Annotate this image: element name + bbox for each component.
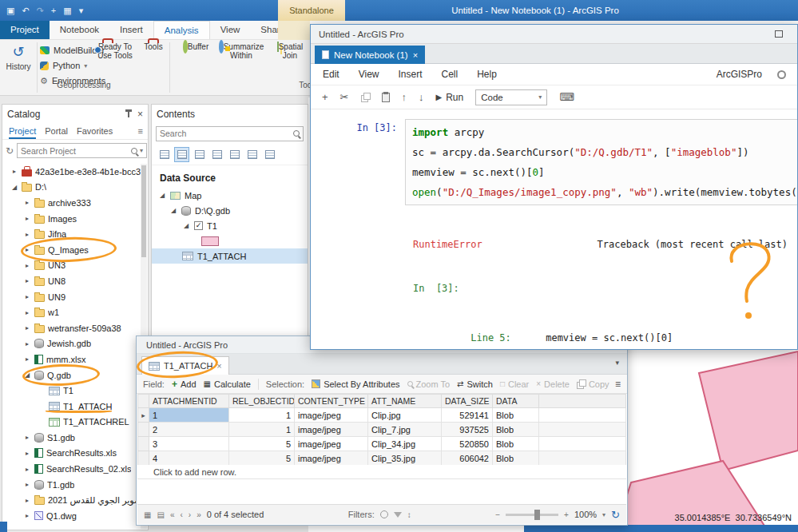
zoom-slider[interactable] (506, 514, 558, 516)
search-project-input[interactable] (21, 146, 129, 156)
expand-arrow-icon[interactable]: ▸ (23, 277, 31, 284)
refresh-icon[interactable]: ↻ (6, 145, 14, 157)
ribbon-tab-project[interactable]: Project (0, 21, 50, 39)
catalog-item-t1[interactable]: T1 (2, 383, 141, 399)
last-record-icon[interactable]: » (197, 510, 201, 519)
add-data-icon[interactable]: + (51, 6, 56, 16)
zoom-level[interactable]: 100% (574, 510, 597, 519)
paste-cell-icon[interactable] (382, 93, 390, 102)
sort-icon[interactable]: ↕ (407, 510, 411, 519)
menu-help[interactable]: Help (477, 69, 497, 80)
collapse-arrow-icon[interactable]: ◢ (158, 192, 166, 199)
column-header-att_name[interactable]: ATT_NAME (368, 395, 442, 408)
cell[interactable]: 4 (149, 451, 229, 466)
cell[interactable]: image/jpeg (295, 408, 368, 423)
catalog-item-mmm-xlsx[interactable]: ▸mmm.xlsx (2, 351, 141, 367)
copy-button[interactable]: Copy (577, 379, 609, 389)
expand-arrow-icon[interactable]: ▸ (23, 340, 31, 347)
cell[interactable]: 5 (229, 451, 295, 466)
catalog-item-un3[interactable]: ▸UN3 (2, 258, 141, 274)
catalog-item-42a3e1be-e3e8-4b1e-bcc3[interactable]: ▸42a3e1be-e3e8-4b1e-bcc3 (2, 164, 141, 180)
ribbon-tab-view[interactable]: View (210, 21, 251, 39)
expand-arrow-icon[interactable]: ▸ (23, 199, 31, 206)
search-icon[interactable] (293, 130, 300, 137)
tab-new-notebook[interactable]: New Notebook (1) × (315, 46, 425, 64)
column-header-data[interactable]: DATA (493, 395, 539, 408)
collapse-arrow-icon[interactable]: ◢ (10, 184, 18, 191)
column-header-content_type[interactable]: CONTENT_TYPE (295, 395, 368, 408)
save-icon[interactable]: ▣ (6, 6, 14, 16)
switch-selection-button[interactable]: ⇄Switch (457, 379, 493, 389)
ribbon-tab-insert[interactable]: Insert (109, 21, 153, 39)
catalog-tab-project[interactable]: Project (9, 123, 36, 139)
slider-thumb[interactable] (534, 510, 540, 520)
copy-cell-icon[interactable] (361, 93, 370, 101)
collapse-arrow-icon[interactable]: ◢ (169, 207, 177, 214)
ribbon-tab-analysis[interactable]: Analysis (153, 21, 210, 39)
keyboard-shortcuts-icon[interactable]: ⌨ (559, 91, 574, 103)
contents-item-map[interactable]: ◢ Map (152, 188, 308, 203)
contents-item-t1[interactable]: ◢ ✓ T1 (152, 218, 308, 233)
column-header-rel_objectid[interactable]: REL_OBJECTID (229, 395, 295, 408)
next-record-icon[interactable]: › (189, 510, 191, 519)
summarize-within-button[interactable]: Summarize Within (217, 42, 265, 60)
cell[interactable]: Clip_7.jpg (368, 423, 442, 437)
list-by-snapping-icon[interactable] (227, 147, 242, 162)
collapse-arrow-icon[interactable]: ◢ (23, 371, 31, 379)
cell-type-select[interactable]: Code ▾ (475, 89, 547, 105)
catalog-item-q1-dwg[interactable]: ▸Q1.dwg (2, 508, 141, 524)
layer-checkbox[interactable]: ✓ (194, 221, 203, 230)
ribbon-tab-notebook[interactable]: Notebook (50, 21, 109, 39)
column-header-data_size[interactable]: DATA_SIZE (442, 395, 493, 408)
cell[interactable]: Blob (493, 423, 539, 437)
list-by-charts-icon[interactable] (262, 147, 277, 162)
catalog-item-q-images[interactable]: ▸Q_Images (2, 242, 141, 258)
menu-insert[interactable]: Insert (398, 69, 422, 80)
expand-arrow-icon[interactable]: ▸ (10, 168, 18, 175)
expand-arrow-icon[interactable]: ▸ (23, 481, 31, 488)
select-by-attributes-button[interactable]: Select By Attributes (312, 379, 399, 389)
history-button[interactable]: ↺ History (2, 42, 35, 71)
search-icon[interactable] (131, 148, 137, 154)
close-icon[interactable]: × (137, 109, 143, 120)
expand-arrow-icon[interactable]: ▸ (23, 512, 31, 519)
contents-item-t1-attach[interactable]: T1_ATTACH (152, 248, 308, 264)
list-by-editing-icon[interactable] (209, 147, 224, 162)
catalog-tab-favorites[interactable]: Favorites (77, 123, 113, 139)
contextual-tab-standalone-table[interactable]: Standalone Table (278, 0, 345, 21)
table-menu-icon[interactable]: ≡ (615, 379, 621, 390)
catalog-item-un8[interactable]: ▸UN8 (2, 273, 141, 289)
contents-item-gdb[interactable]: ◢ D:\Q.gdb (152, 203, 308, 218)
cell[interactable]: 3 (149, 437, 229, 451)
close-icon[interactable]: × (413, 50, 418, 60)
cell[interactable]: Blob (493, 451, 539, 466)
refresh-icon[interactable]: ↻ (611, 509, 620, 521)
cell[interactable]: 1 (149, 408, 229, 423)
expand-arrow-icon[interactable]: ▸ (23, 324, 31, 332)
first-record-icon[interactable]: « (170, 510, 175, 519)
code-cell-input[interactable]: import arcpysc = arcpy.da.SearchCursor("… (405, 119, 797, 205)
zoom-in-icon[interactable]: + (564, 510, 569, 519)
clear-selection-button[interactable]: □Clear (500, 379, 529, 389)
catalog-item-t1-gdb[interactable]: ▸T1.gdb (2, 477, 141, 493)
python-button[interactable]: Python ▾ (40, 59, 87, 72)
pin-icon[interactable] (128, 110, 129, 117)
menu-view[interactable]: View (359, 69, 379, 80)
maximize-icon[interactable] (775, 30, 783, 38)
list-by-data-source-icon[interactable] (174, 147, 189, 162)
zoom-to-button[interactable]: Zoom To (407, 379, 451, 389)
menu-icon[interactable]: ≡ (138, 126, 143, 136)
catalog-item-q-gdb[interactable]: ◢Q.gdb (2, 367, 141, 383)
spatial-join-button[interactable]: Spatial Join (270, 42, 310, 60)
move-cell-up-icon[interactable]: ↑ (402, 91, 407, 103)
cell[interactable]: 937525 (442, 423, 493, 437)
add-cell-icon[interactable]: + (322, 91, 328, 103)
cell[interactable]: 520850 (442, 437, 493, 451)
cell[interactable]: 1 (229, 408, 295, 423)
catalog-item-jifna[interactable]: ▸Jifna (2, 226, 141, 242)
catalog-item-images[interactable]: ▸Images (2, 211, 141, 227)
add-new-row[interactable]: Click to add new row. (137, 465, 626, 479)
catalog-item-w1[interactable]: ▸w1 (2, 304, 141, 320)
run-button[interactable]: ▶ Run (436, 92, 464, 103)
catalog-item-jewish-gdb[interactable]: ▸Jewish.gdb (2, 336, 141, 352)
